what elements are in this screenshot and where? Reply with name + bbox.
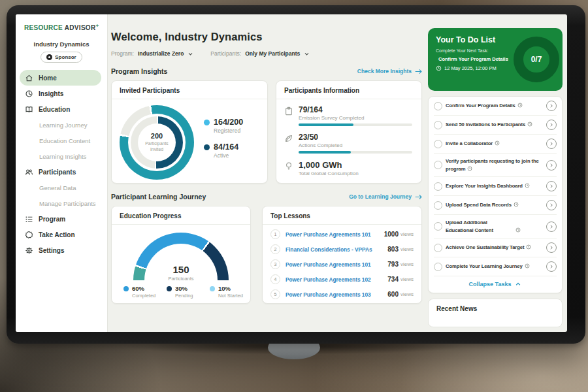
clipboard-icon (284, 106, 293, 116)
section-title: Participant Learning Journey (111, 193, 206, 201)
clock-icon (517, 103, 523, 108)
task-open-button[interactable] (546, 200, 557, 210)
lesson-link[interactable]: Power Purchase Agreements 101 (286, 261, 387, 268)
collapse-tasks-link[interactable]: Collapse Tasks (434, 276, 557, 293)
legend-completed: 60% Completed (123, 285, 167, 299)
clock-icon (514, 202, 519, 207)
chevron-down-icon (304, 51, 310, 57)
sidebar-item-learning-journey[interactable]: Learning Journey (16, 118, 107, 133)
participants-value: Only My Participants (245, 50, 300, 57)
sponsor-icon (46, 54, 52, 60)
lesson-link[interactable]: Financial Considerations - VPPAs (286, 246, 387, 253)
sidebar-item-label: Program (39, 216, 65, 223)
participants-label: Participants: (210, 50, 241, 57)
task-row[interactable]: Upload Additional Educational Content (434, 215, 557, 238)
lesson-link[interactable]: Power Purchase Agreements 102 (286, 276, 387, 283)
legend-dot (204, 120, 210, 125)
clock-icon (515, 227, 521, 233)
lesson-row: 4 Power Purchase Agreements 102 734 view… (263, 272, 421, 287)
task-open-button[interactable] (546, 221, 557, 232)
sidebar-item-general-data[interactable]: General Data (16, 180, 107, 195)
chevron-up-icon (515, 281, 521, 287)
recent-news-card: Recent News (428, 299, 563, 327)
sidebar-item-program[interactable]: Program (16, 212, 107, 227)
legend-active: 84/164 Active (204, 142, 243, 159)
clock-icon (525, 263, 530, 269)
task-checkbox[interactable] (434, 244, 442, 252)
task-checkbox[interactable] (434, 263, 442, 271)
task-checkbox[interactable] (434, 222, 442, 231)
task-row[interactable]: Verify participants requesting to join t… (434, 154, 557, 177)
sidebar-item-label: Education Content (39, 137, 90, 144)
sidebar-item-insights[interactable]: Insights (16, 86, 107, 101)
lesson-row: 1 Power Purchase Agreements 101 1000 vie… (263, 227, 421, 242)
task-row[interactable]: Explore Your Insights Dashboard (434, 177, 557, 196)
sidebar-item-learning-insights[interactable]: Learning Insights (16, 149, 107, 164)
task-checkbox[interactable] (434, 161, 442, 169)
clock-icon (467, 166, 472, 171)
task-checkbox[interactable] (434, 140, 442, 148)
filter-controls: Program: Industrialize Zero Participants… (111, 50, 422, 57)
card-title: Education Progress (112, 206, 250, 225)
education-progress-card: Education Progress 150 Participants 60% (111, 206, 251, 304)
task-row[interactable]: Confirm Your Program Details (434, 97, 557, 116)
sidebar-item-home[interactable]: Home (20, 70, 101, 86)
org-name: Industry Dynamics (16, 41, 107, 48)
card-title: Invited Participants (112, 81, 267, 99)
task-checkbox[interactable] (434, 102, 442, 110)
donut-legend: 164/200 Registered 84/164 Active (204, 118, 243, 167)
task-open-button[interactable] (546, 120, 557, 130)
settings-icon (25, 246, 33, 255)
sidebar-item-label: Learning Journey (39, 122, 87, 129)
lesson-link[interactable]: Power Purchase Agreements 103 (286, 291, 387, 298)
sidebar-item-education-content[interactable]: Education Content (16, 133, 107, 148)
home-icon (25, 74, 33, 82)
stat-actions-completed: 23/50 Actions Completed (284, 133, 412, 154)
app-logo: RESOURCE ADVISOR+ (24, 23, 107, 31)
task-checkbox[interactable] (434, 201, 442, 210)
sidebar-item-manage-participants[interactable]: Manage Participants (16, 196, 107, 211)
task-row[interactable]: Send 50 Invitations to Participants (434, 116, 557, 135)
sidebar-item-education[interactable]: Education (16, 102, 107, 117)
task-row[interactable]: Upload Spend Data Records (434, 196, 557, 215)
section-title: Program Insights (111, 67, 167, 75)
participants-select[interactable]: Participants: Only My Participants (210, 50, 310, 57)
sidebar-nav: Home Insights Education Learning Journey… (16, 70, 107, 258)
task-open-button[interactable] (546, 261, 557, 272)
task-checkbox[interactable] (434, 121, 442, 129)
task-open-button[interactable] (546, 181, 557, 191)
sidebar-item-settings[interactable]: Settings (16, 243, 107, 258)
sponsor-badge[interactable]: Sponsor (41, 52, 82, 63)
program-select[interactable]: Program: Industrialize Zero (111, 50, 193, 57)
leaf-icon (284, 134, 293, 143)
task-open-button[interactable] (546, 242, 557, 253)
go-to-learning-journey-link[interactable]: Go to Learning Journey (349, 193, 422, 200)
task-checkbox[interactable] (434, 182, 442, 191)
insights-cards: Invited Participants 200 Participants In… (111, 80, 422, 184)
task-open-button[interactable] (546, 101, 557, 111)
clock-icon (436, 65, 442, 71)
todo-subtitle: Complete Your Next Task: (436, 48, 508, 53)
lesson-link[interactable]: Power Purchase Agreements 101 (286, 231, 384, 238)
task-open-button[interactable] (546, 160, 557, 171)
stat-global-consumption: 1,000 GWh Total Global Consumption (284, 160, 412, 176)
education-gauge-chart: 150 Participants (133, 233, 229, 280)
program-icon (25, 215, 33, 223)
task-row[interactable]: Invite a Collaborator (434, 135, 557, 154)
sidebar-item-label: Education (39, 106, 70, 113)
todo-next-task: Confirm Your Program Details (436, 56, 508, 62)
program-label: Program: (111, 50, 134, 57)
check-more-insights-link[interactable]: Check More Insights (357, 68, 422, 74)
sidebar-item-take-action[interactable]: Take Action (16, 227, 107, 242)
task-open-button[interactable] (546, 139, 557, 149)
task-row[interactable]: Complete Your Learning Journey (434, 257, 557, 276)
progress-bar (299, 151, 412, 154)
invited-participants-card: Invited Participants 200 Participants In… (111, 80, 268, 184)
lesson-row: 3 Power Purchase Agreements 101 793 view… (263, 257, 421, 272)
program-insights-header: Program Insights Check More Insights (111, 67, 422, 75)
recent-news-title: Recent News (436, 305, 554, 312)
task-row[interactable]: Achieve One Sustainability Target (434, 238, 557, 257)
sidebar-item-participants[interactable]: Participants (16, 165, 107, 180)
sidebar-item-label: Settings (39, 247, 64, 254)
page-title: Welcome, Industry Dynamics (111, 31, 422, 43)
